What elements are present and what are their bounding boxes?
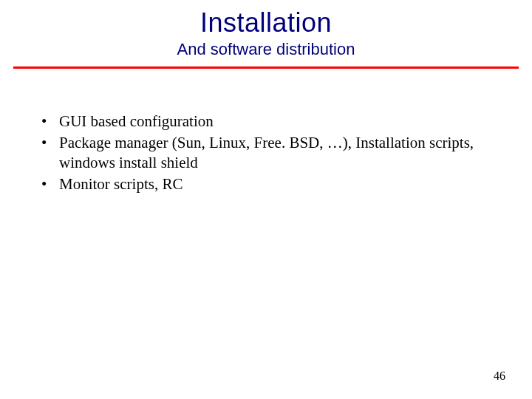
- slide: Installation And software distribution G…: [0, 7, 532, 399]
- bullet-list: GUI based configuration Package manager …: [38, 112, 482, 194]
- slide-title: Installation: [0, 7, 532, 38]
- bullet-item: Package manager (Sun, Linux, Free. BSD, …: [38, 133, 482, 173]
- slide-subtitle: And software distribution: [0, 40, 532, 59]
- divider: [13, 66, 519, 69]
- page-number: 46: [494, 369, 505, 383]
- bullet-item: Monitor scripts, RC: [38, 174, 482, 194]
- bullet-item: GUI based configuration: [38, 112, 482, 132]
